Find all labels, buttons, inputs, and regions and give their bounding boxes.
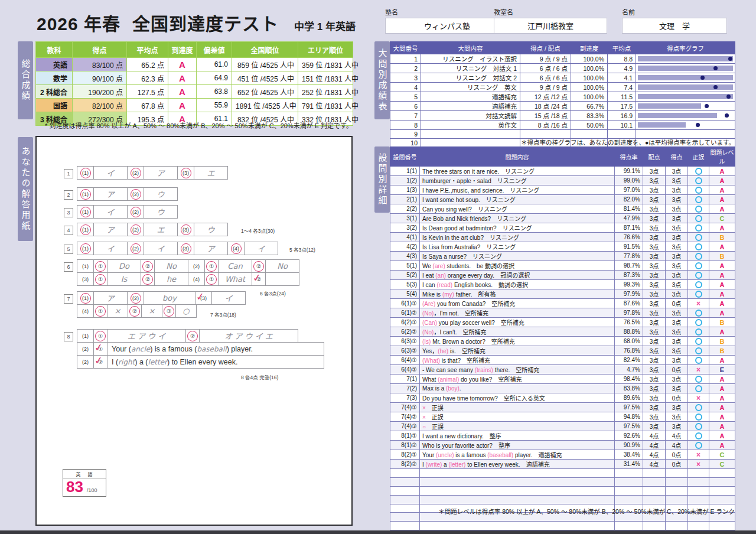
allotted-points-cell: 3点 (643, 167, 666, 176)
level-badge: A (720, 224, 725, 232)
question-text: 正誤 (426, 424, 444, 430)
title-year: 2026 年春 (37, 14, 120, 34)
national-rank-cell: 451 位 /4525 人中 (232, 71, 298, 85)
answer-section-6: 6(1)①Do②No(2)①Can②No(3)①Is②he(4)①What②✓6… (64, 260, 299, 286)
answer-row: (1)ア(2)エ(3)ウ (77, 223, 228, 236)
setsumon-header-cell: 正誤 (688, 147, 709, 167)
question-text: a (442, 461, 448, 468)
rate-cell: 89.6% (615, 393, 643, 403)
answer-word-highlight: (trains) (475, 367, 493, 373)
question-text: I want some hot soup. リスニング (422, 197, 516, 203)
red-circle-annotation (131, 293, 141, 304)
question-text: is a famous (454, 452, 488, 458)
answer-cell: イ (93, 242, 128, 255)
level-cell: A (709, 242, 735, 252)
rate-bar (638, 66, 733, 71)
earned-points-cell: 3点 (666, 412, 688, 422)
daimon-header-cell: 平均点 (608, 42, 636, 54)
item-number-cell: (4) (188, 272, 205, 286)
level-badge: A (720, 432, 725, 439)
item-number-cell: (3) (177, 242, 194, 255)
empty-row (390, 486, 735, 495)
correct-circle-icon (695, 234, 702, 241)
correctness-cell (688, 337, 709, 346)
daimon-content-cell: リスニング 対話文 2 (421, 73, 520, 83)
answer-cell: ア (93, 223, 128, 236)
level-badge: A (720, 187, 725, 194)
question-text: Max is a (422, 385, 446, 392)
field-kyoshitsu-label: 教室名 (494, 7, 607, 17)
red-circle-annotation (80, 168, 91, 178)
setsumon-table: 設問番号問題内容得点率配点得点正誤問題レベル1(1)The three star… (390, 146, 735, 534)
correctness-cell (688, 271, 709, 280)
correctness-cell: × (688, 450, 709, 460)
answer-cell: ア (93, 187, 128, 201)
answer-cell: ア (194, 242, 228, 255)
answer-grid: (1)イ(2)ア(3)エ (77, 167, 228, 180)
sentence-cell: Your ( ancle ) is a famous ( baseball ) … (107, 342, 324, 356)
earned-points-cell: 3点 (666, 289, 688, 299)
answer-row: (1)イ(2)ウ (77, 206, 178, 219)
question-content-cell: × 正誤 (420, 403, 615, 412)
printed-sentence: Your ( (112, 345, 131, 353)
question-content-cell: I can (read) English books. 動詞の選択 (420, 280, 615, 289)
item-number-cell: ① (93, 272, 107, 286)
handwritten-word: letter (148, 358, 167, 366)
rate-cell: 87.6% (615, 299, 643, 308)
empty-cell (666, 469, 688, 478)
correct-circle-icon (695, 291, 702, 298)
rate-cell: 97.9% (615, 289, 643, 299)
correctness-cell (688, 176, 709, 185)
section-number: 2 (64, 190, 73, 200)
level-cell: A (709, 308, 735, 318)
level-cell: A (709, 431, 735, 441)
handwritten-answer: × (115, 307, 121, 315)
question-number-cell: 8(2)① (390, 450, 420, 460)
rate-cell: 87.1% (615, 223, 643, 233)
level-cell: A (709, 185, 735, 195)
question-number-cell: 7(4)① (390, 403, 420, 412)
question-number-cell: 8(2)② (390, 460, 420, 469)
level-cell: A (709, 384, 735, 393)
earned-points-cell: 3点 (666, 214, 688, 223)
item-number-cell: (1) (77, 187, 94, 201)
answer-word-highlight: (he) (438, 348, 448, 354)
earned-points-cell: 3点 (666, 318, 688, 327)
handwritten-answer: × (149, 307, 155, 315)
grade-cell: A (168, 58, 197, 71)
answer-cell: イ (244, 242, 278, 255)
handwritten-answer: イ (106, 206, 114, 217)
empty-cell (643, 522, 666, 530)
allotted-points-cell: 4点 (643, 450, 666, 460)
summary-header-cell: 教科 (36, 42, 73, 58)
table-row: 1(2)humburger・apple・salad リスニング99.0%3点3点… (390, 176, 735, 185)
question-number-cell: 6(3)① (390, 337, 420, 346)
rate-bar (638, 56, 733, 61)
grade-cell: A (168, 85, 197, 99)
daimon-graph-cell (636, 102, 735, 111)
correctness-cell (688, 308, 709, 318)
red-check-annotation: ✓ (195, 290, 205, 303)
question-number-cell: 6(4)② (390, 365, 420, 375)
correct-circle-icon (695, 357, 702, 364)
answer-cell: he (154, 272, 188, 286)
answer-cell: What (218, 272, 252, 286)
answer-cell (265, 272, 299, 286)
summary-footnote: * 到達度は得点率 80% 以上が A、50% ～ 80%未満が B、20% ～… (35, 121, 353, 130)
level-cell: A (709, 261, 735, 271)
question-text: you play soccer well? 空所補充 (437, 320, 524, 326)
answer-cell: イ (93, 166, 128, 180)
page-title: 2026 年春全国到達度テスト中学 1 年英語 (37, 9, 356, 35)
question-content-cell: Is Dean good at badminton? リスニング (420, 223, 615, 233)
red-circle-annotation (95, 306, 106, 317)
question-number-cell: 5(3) (390, 280, 420, 289)
red-circle-annotation (181, 243, 191, 254)
item-number-cell: (2) (77, 355, 94, 369)
handwritten-word: ancle (131, 345, 150, 353)
daimon-content-cell: 適語補充 (421, 92, 520, 102)
table-row: 8(2)②I (write) a (letter) to Ellen every… (390, 460, 735, 469)
answer-section-5: 5(1)イ(2)イ(3)ア(4)イ5 各3点(12) (64, 242, 278, 255)
question-text: there. 空所補充 (493, 367, 539, 373)
rate-cell: 97.0% (615, 185, 643, 195)
answer-word-highlight: (What) (422, 357, 440, 364)
